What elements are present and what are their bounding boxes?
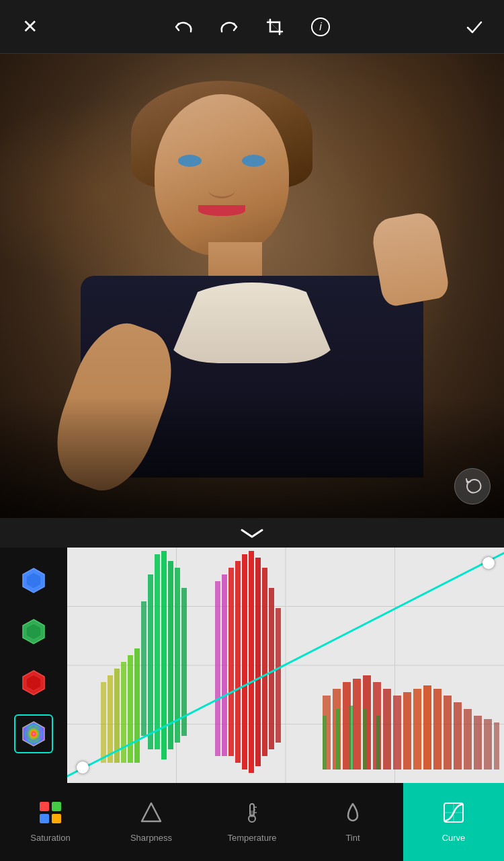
undo-icon — [173, 17, 194, 37]
svg-rect-54 — [454, 702, 462, 770]
svg-rect-24 — [141, 601, 146, 736]
crop-icon — [265, 17, 285, 37]
head — [155, 94, 289, 256]
svg-rect-23 — [148, 574, 153, 749]
sharpness-icon — [140, 801, 163, 827]
chevron-down-icon — [239, 525, 265, 541]
tab-temperature[interactable]: Temperature — [202, 783, 302, 861]
svg-rect-57 — [484, 719, 492, 770]
crop-button[interactable] — [259, 11, 291, 43]
svg-rect-35 — [101, 682, 106, 763]
svg-rect-60 — [336, 709, 340, 770]
svg-rect-28 — [249, 551, 254, 773]
svg-rect-36 — [108, 675, 113, 763]
svg-rect-52 — [433, 689, 442, 770]
bottom-toolbar: Saturation Sharpness Temperature — [0, 783, 504, 861]
curve-point-top[interactable] — [482, 557, 495, 569]
svg-rect-66 — [52, 802, 61, 811]
svg-rect-68 — [52, 814, 61, 823]
adjustment-panel — [0, 548, 504, 783]
channel-btn-green[interactable] — [14, 612, 53, 651]
confirm-button[interactable] — [458, 11, 491, 43]
blue-hex-icon — [19, 566, 48, 595]
temperature-icon — [241, 801, 263, 827]
redo-button[interactable] — [213, 11, 245, 43]
svg-rect-30 — [262, 568, 267, 756]
tab-curve[interactable]: Curve — [403, 783, 504, 861]
tab-curve-label: Curve — [442, 833, 466, 843]
confirm-icon — [464, 17, 485, 37]
svg-rect-49 — [403, 692, 411, 770]
svg-marker-69 — [142, 803, 161, 821]
svg-rect-48 — [393, 696, 401, 770]
close-icon: ✕ — [22, 15, 38, 38]
top-toolbar: ✕ i — [0, 0, 504, 54]
svg-rect-50 — [413, 689, 421, 770]
curve-histogram-area[interactable] — [67, 548, 504, 783]
channel-btn-color[interactable] — [14, 714, 53, 753]
svg-rect-21 — [175, 568, 180, 743]
svg-rect-33 — [215, 581, 220, 756]
svg-rect-61 — [349, 706, 353, 770]
svg-rect-29 — [255, 558, 261, 766]
info-button[interactable]: i — [304, 11, 337, 43]
svg-rect-58 — [494, 722, 499, 770]
channel-btn-blue[interactable] — [14, 561, 53, 600]
svg-rect-72 — [250, 811, 254, 817]
svg-rect-18 — [155, 554, 160, 749]
svg-rect-65 — [40, 802, 49, 811]
svg-rect-47 — [383, 689, 391, 770]
svg-rect-39 — [128, 655, 133, 763]
tab-saturation[interactable]: Saturation — [0, 783, 101, 861]
svg-rect-51 — [423, 685, 431, 770]
tab-sharpness[interactable]: Sharpness — [101, 783, 202, 861]
svg-rect-32 — [276, 608, 281, 743]
svg-rect-63 — [376, 716, 380, 770]
svg-rect-37 — [114, 669, 120, 763]
svg-rect-31 — [269, 588, 274, 749]
color-hex-icon — [19, 719, 48, 749]
close-button[interactable]: ✕ — [13, 11, 46, 43]
svg-rect-34 — [222, 574, 227, 756]
curve-icon — [442, 801, 465, 827]
curve-point-bottom[interactable] — [77, 761, 89, 774]
undo-button[interactable] — [167, 11, 200, 43]
tint-icon — [341, 801, 364, 827]
svg-rect-62 — [363, 709, 367, 770]
info-icon: i — [310, 17, 331, 37]
svg-rect-26 — [235, 561, 241, 763]
photo-background — [0, 54, 504, 518]
saturation-icon — [39, 801, 62, 827]
svg-rect-25 — [228, 568, 234, 756]
svg-rect-59 — [323, 716, 327, 770]
svg-rect-44 — [353, 679, 361, 770]
tab-sharpness-label: Sharpness — [130, 833, 172, 843]
svg-rect-40 — [134, 648, 140, 763]
tab-tint-label: Tint — [345, 833, 360, 843]
svg-rect-20 — [168, 561, 173, 749]
hand — [369, 210, 450, 307]
svg-rect-53 — [444, 696, 452, 770]
red-hex-icon — [19, 668, 48, 698]
collapse-handle[interactable] — [0, 518, 504, 548]
channel-btn-red[interactable] — [14, 663, 53, 702]
undo-overlay[interactable] — [454, 468, 491, 504]
svg-rect-55 — [464, 709, 472, 770]
photo-area — [0, 54, 504, 518]
svg-rect-56 — [474, 716, 482, 770]
svg-text:i: i — [319, 21, 322, 32]
histogram-svg — [67, 548, 504, 783]
green-hex-icon — [19, 617, 48, 646]
channel-sidebar — [0, 548, 67, 783]
svg-rect-22 — [181, 588, 187, 736]
tab-saturation-label: Saturation — [30, 833, 70, 843]
svg-rect-27 — [242, 554, 247, 770]
tab-temperature-label: Temperature — [228, 833, 277, 843]
toolbar-center: i — [167, 11, 337, 43]
svg-rect-67 — [40, 814, 49, 823]
redo-icon — [219, 17, 239, 37]
tab-tint[interactable]: Tint — [302, 783, 403, 861]
